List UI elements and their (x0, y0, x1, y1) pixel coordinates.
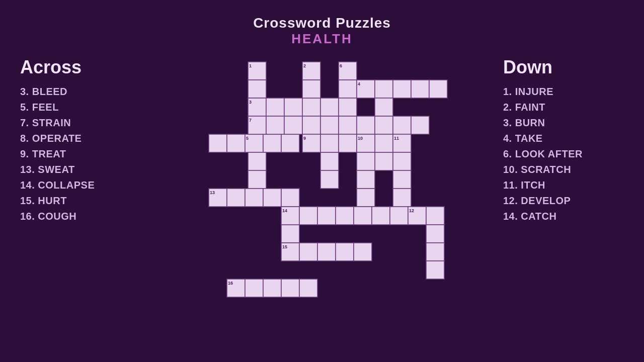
svg-text:2: 2 (303, 63, 306, 68)
across-clue-item: 3. BLEED (20, 84, 141, 100)
svg-rect-29 (411, 80, 429, 98)
svg-rect-30 (429, 80, 447, 98)
svg-rect-69 (393, 152, 411, 170)
crossword-grid-container: .gc { fill: #e8d5f0; stroke: #6a3d7a; st… (151, 52, 493, 335)
svg-rect-71 (393, 189, 411, 207)
svg-rect-74 (227, 189, 245, 207)
svg-rect-95 (426, 225, 444, 243)
svg-rect-6 (227, 134, 245, 152)
svg-rect-23 (339, 80, 357, 98)
across-clue-item: 13. SWEAT (20, 162, 141, 177)
grid-wrapper: .gc { fill: #e8d5f0; stroke: #6a3d7a; st… (194, 57, 450, 335)
svg-rect-39 (284, 116, 302, 134)
across-clue-item: 5. FEEL (20, 100, 141, 115)
svg-rect-85 (299, 207, 317, 225)
svg-rect-102 (336, 243, 354, 261)
svg-rect-53 (375, 116, 393, 134)
down-clue-item: 14. CATCH (503, 209, 624, 224)
main-content: Across 3. BLEED5. FEEL7. STRAIN8. OPERAT… (0, 52, 644, 362)
down-clue-item: 2. FAINT (503, 100, 624, 115)
svg-rect-89 (372, 207, 390, 225)
header-subtitle: HEALTH (253, 31, 391, 47)
svg-rect-108 (281, 279, 299, 297)
svg-rect-101 (317, 243, 336, 261)
svg-rect-48 (320, 170, 339, 189)
svg-rect-21 (302, 80, 320, 98)
svg-text:6: 6 (340, 63, 342, 68)
svg-text:13: 13 (210, 190, 215, 195)
svg-text:10: 10 (358, 136, 363, 141)
down-clue-item: 3. BURN (503, 115, 624, 131)
svg-rect-51 (339, 116, 357, 134)
down-clues-list: 1. INJURE2. FAINT3. BURN4. TAKE6. LOOK A… (503, 84, 624, 224)
header-title: Crossword Puzzles (253, 15, 391, 31)
svg-text:12: 12 (409, 208, 414, 213)
svg-text:15: 15 (282, 244, 287, 249)
svg-rect-24 (339, 98, 357, 116)
svg-rect-88 (354, 207, 372, 225)
svg-rect-47 (320, 152, 339, 170)
svg-rect-5 (209, 134, 227, 152)
across-clue-item: 15. HURT (20, 193, 141, 209)
svg-text:7: 7 (249, 118, 252, 123)
svg-rect-96 (426, 243, 444, 261)
svg-text:9: 9 (303, 136, 306, 141)
svg-rect-81 (281, 225, 299, 243)
svg-rect-55 (411, 116, 429, 134)
down-clue-item: 4. TAKE (503, 131, 624, 146)
svg-text:11: 11 (394, 136, 399, 141)
down-clue-item: 10. SCRATCH (503, 162, 624, 177)
svg-rect-15 (266, 98, 284, 116)
across-clue-item: 9. TREAT (20, 146, 141, 162)
svg-text:5: 5 (246, 136, 249, 141)
svg-rect-86 (317, 207, 336, 225)
across-clue-item: 8. OPERATE (20, 131, 141, 146)
down-title: Down (503, 57, 624, 78)
svg-rect-54 (393, 116, 411, 134)
across-clue-item: 7. STRAIN (20, 115, 141, 131)
svg-rect-58 (320, 134, 339, 152)
down-clue-item: 1. INJURE (503, 84, 624, 100)
page-header: Crossword Puzzles HEALTH (253, 15, 391, 47)
across-clues-panel: Across 3. BLEED5. FEEL7. STRAIN8. OPERAT… (10, 52, 151, 229)
svg-rect-11 (248, 152, 266, 170)
svg-rect-63 (357, 152, 375, 170)
svg-rect-90 (390, 207, 408, 225)
across-title: Across (20, 57, 141, 78)
svg-text:14: 14 (282, 208, 287, 213)
svg-rect-109 (299, 279, 317, 297)
svg-rect-77 (263, 189, 281, 207)
svg-rect-52 (357, 116, 375, 134)
svg-text:3: 3 (249, 100, 252, 105)
svg-rect-87 (336, 207, 354, 225)
svg-rect-61 (375, 134, 393, 152)
svg-rect-79 (281, 189, 299, 207)
svg-rect-27 (375, 80, 393, 98)
svg-rect-32 (375, 98, 393, 116)
svg-rect-107 (263, 279, 281, 297)
across-clues-list: 3. BLEED5. FEEL7. STRAIN8. OPERATE9. TRE… (20, 84, 141, 224)
down-clue-item: 11. ITCH (503, 177, 624, 193)
svg-rect-17 (302, 98, 320, 116)
svg-rect-49 (302, 116, 320, 134)
svg-rect-12 (248, 170, 266, 189)
svg-rect-103 (354, 243, 372, 261)
svg-rect-10 (281, 134, 299, 152)
svg-rect-18 (320, 98, 339, 116)
svg-rect-70 (393, 170, 411, 189)
down-clues-panel: Down 1. INJURE2. FAINT3. BURN4. TAKE6. L… (493, 52, 634, 229)
svg-rect-50 (320, 116, 339, 134)
svg-rect-97 (426, 261, 444, 279)
crossword-grid: .gc { fill: #e8d5f0; stroke: #6a3d7a; st… (194, 57, 450, 333)
svg-rect-35 (375, 152, 393, 170)
svg-text:4: 4 (358, 81, 360, 86)
down-clue-item: 6. LOOK AFTER (503, 146, 624, 162)
svg-rect-38 (266, 116, 284, 134)
svg-rect-2 (248, 80, 266, 98)
svg-rect-106 (245, 279, 263, 297)
svg-rect-28 (393, 80, 411, 98)
svg-text:1: 1 (249, 63, 252, 68)
svg-rect-59 (339, 134, 357, 152)
svg-rect-94 (426, 207, 444, 225)
svg-rect-100 (299, 243, 317, 261)
